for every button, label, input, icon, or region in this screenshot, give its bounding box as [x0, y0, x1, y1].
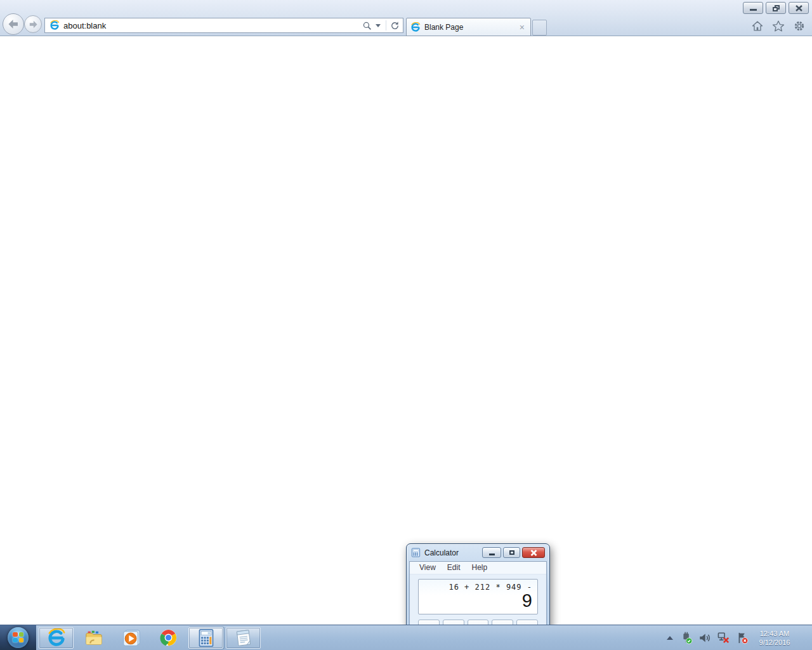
ie-chrome: Blank Page × — [0, 0, 812, 36]
search-dropdown-caret[interactable] — [376, 24, 381, 27]
search-icon — [362, 21, 372, 30]
internet-explorer-icon — [47, 628, 66, 647]
action-center-button[interactable] — [736, 632, 749, 644]
chrome-icon — [159, 628, 178, 647]
taskbar-internet-explorer[interactable] — [39, 627, 74, 649]
calc-minimize-button[interactable] — [482, 547, 501, 558]
usb-device-button[interactable] — [680, 632, 693, 644]
tab-blank-page[interactable]: Blank Page × — [406, 18, 531, 36]
blank-page-content — [0, 37, 812, 625]
maximize-icon — [509, 550, 514, 555]
divider — [386, 20, 386, 30]
taskbar-chrome[interactable] — [151, 627, 186, 649]
new-tab-button[interactable] — [532, 20, 547, 36]
minimize-button[interactable] — [743, 2, 763, 14]
refresh-icon — [390, 21, 400, 30]
network-error-icon — [717, 631, 730, 644]
calc-close-button[interactable] — [522, 547, 545, 558]
usb-device-icon — [680, 632, 693, 644]
clock-date: 9/12/2016 — [754, 638, 795, 647]
calculator-expression: 16 + 212 * 949 - — [449, 583, 532, 592]
desktop: Blank Page × Calculator — [0, 0, 812, 650]
menu-view[interactable]: View — [414, 562, 442, 574]
home-icon — [751, 20, 764, 32]
tab-title: Blank Page — [424, 23, 518, 32]
calculator-icon — [411, 548, 421, 557]
tab-favicon — [410, 22, 421, 32]
browser-toolbar — [750, 19, 806, 33]
menu-edit[interactable]: Edit — [442, 562, 466, 574]
taskbar-calculator[interactable] — [188, 627, 223, 649]
forward-icon — [29, 20, 38, 29]
action-center-flag-icon — [736, 632, 749, 644]
refresh-button[interactable] — [390, 20, 400, 31]
address-bar — [44, 18, 403, 33]
calculator-display: 16 + 212 * 949 - 9 — [418, 579, 538, 614]
window-controls — [743, 2, 809, 14]
windows-flag-icon — [13, 632, 23, 642]
clock-time: 12:43 AM — [754, 629, 795, 638]
network-status-button[interactable] — [717, 631, 730, 644]
calculator-result: 9 — [522, 592, 532, 610]
taskbar-media-player[interactable] — [114, 627, 148, 649]
calculator-titlebar[interactable]: Calculator — [407, 544, 549, 561]
start-button[interactable] — [0, 625, 36, 650]
close-icon — [530, 550, 537, 556]
taskbar-buttons — [36, 625, 261, 650]
calculator-window-controls — [482, 547, 545, 558]
address-input[interactable] — [63, 18, 362, 32]
taskbar-clock[interactable]: 12:43 AM 9/12/2016 — [754, 629, 795, 647]
back-icon — [8, 19, 19, 29]
close-button[interactable] — [789, 2, 809, 14]
calculator-menubar: View Edit Help — [410, 562, 546, 574]
tools-gear-icon — [793, 20, 806, 32]
ie-favicon — [49, 20, 60, 30]
ie-window: Blank Page × — [0, 0, 812, 625]
favorites-star-icon — [772, 20, 785, 32]
taskbar: 12:43 AM 9/12/2016 — [0, 625, 812, 650]
volume-button[interactable] — [698, 632, 711, 644]
media-player-icon — [122, 628, 141, 647]
restore-icon — [773, 5, 780, 11]
tools-button[interactable] — [792, 19, 806, 33]
favorites-button[interactable] — [771, 19, 785, 33]
tab-close-button[interactable]: × — [518, 23, 527, 32]
start-orb-icon — [8, 627, 29, 648]
volume-icon — [698, 632, 711, 644]
system-tray: 12:43 AM 9/12/2016 — [667, 625, 812, 650]
restore-button[interactable] — [766, 2, 786, 14]
minimize-icon — [750, 9, 757, 11]
search-button[interactable] — [362, 20, 372, 31]
menu-help[interactable]: Help — [466, 562, 493, 574]
hidden-icons-arrow[interactable] — [667, 636, 673, 640]
calculator-icon — [197, 629, 215, 647]
taskbar-notepad[interactable] — [226, 627, 261, 649]
home-button[interactable] — [750, 19, 764, 33]
notepad-icon — [234, 628, 253, 647]
address-bar-tools — [362, 20, 403, 31]
close-icon — [796, 5, 802, 11]
taskbar-file-explorer[interactable] — [76, 627, 111, 649]
calc-maximize-button[interactable] — [503, 547, 520, 558]
calculator-title: Calculator — [424, 548, 478, 557]
file-explorer-icon — [84, 628, 103, 647]
back-button[interactable] — [3, 13, 24, 35]
forward-button[interactable] — [24, 15, 42, 33]
minimize-icon — [489, 554, 495, 555]
